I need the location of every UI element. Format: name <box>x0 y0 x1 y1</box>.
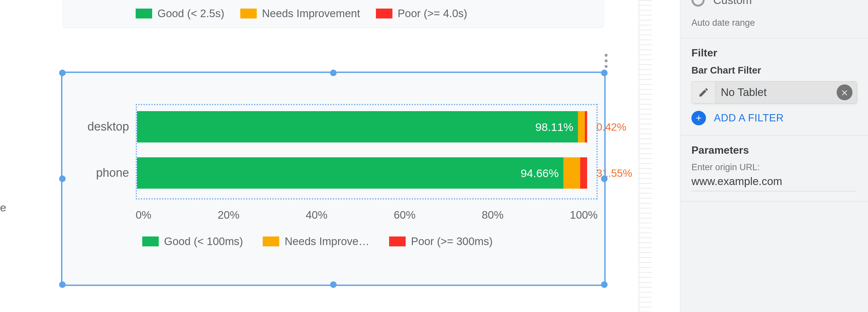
legend-item-good: Good (< 100ms) <box>142 235 243 248</box>
x-axis-ticks: 0% 20% 40% 60% 80% 100% <box>136 209 598 229</box>
resize-handle-top-right[interactable] <box>601 70 608 76</box>
resize-handle-top-center[interactable] <box>330 70 337 76</box>
axis-tick: 80% <box>482 209 504 229</box>
parameter-label: Enter origin URL: <box>691 162 857 172</box>
bar-chart-card[interactable]: desktop phone 98.11% 0.42% 94.66% 31.55% <box>63 73 604 284</box>
value-label-phone-good: 94.66% <box>521 167 558 179</box>
bar-seg-desktop-poor <box>585 111 587 142</box>
value-label-desktop-good: 98.11% <box>535 120 573 133</box>
legend-label-good: Good (< 2.5s) <box>157 7 224 20</box>
edit-filter-button[interactable] <box>692 81 715 103</box>
plot-area: 98.11% 0.42% 94.66% 31.55% <box>136 104 598 200</box>
add-filter-button[interactable]: ADD A FILTER <box>691 111 857 125</box>
bar-seg-desktop-good: 98.11% <box>137 111 578 142</box>
legend-label-needs-improvement: Needs Improvement <box>262 7 360 20</box>
add-filter-label: ADD A FILTER <box>714 112 784 124</box>
date-range-option-label: Custom <box>713 0 752 7</box>
resize-handle-middle-right[interactable] <box>601 175 608 182</box>
legend-swatch-poor <box>376 8 393 19</box>
legend-item-good: Good (< 2.5s) <box>136 7 224 20</box>
stray-letter: e <box>0 201 6 214</box>
bar-seg-phone-good: 94.66% <box>137 157 563 189</box>
bar-seg-phone-poor <box>580 157 587 189</box>
legend-card-lcp[interactable]: Good (< 2.5s) Needs Improvement Poor (>=… <box>63 0 604 28</box>
bar-row-desktop: 98.11% 0.42% <box>137 111 596 142</box>
filter-section-heading: Filter <box>691 47 857 59</box>
date-range-option-custom[interactable]: Custom <box>691 0 857 7</box>
legend-item-poor: Poor (>= 300ms) <box>389 235 493 248</box>
legend-swatch-poor <box>389 237 406 246</box>
value-label-desktop-tail: 0.42% <box>596 121 626 133</box>
side-panel: Custom Auto date range Filter Bar Chart … <box>680 0 868 312</box>
remove-filter-button[interactable] <box>837 84 852 100</box>
close-icon <box>841 89 848 96</box>
canvas-ruler-edge <box>639 0 652 312</box>
axis-tick: 60% <box>394 209 415 229</box>
category-label-phone: phone <box>76 166 129 180</box>
axis-tick: 100% <box>570 209 598 229</box>
parameters-section-heading: Parameters <box>691 144 857 156</box>
legend-swatch-needs-improvement <box>240 8 257 19</box>
bar-seg-desktop-needs-improvement <box>578 111 585 142</box>
category-label-desktop: desktop <box>76 120 129 134</box>
legend-item-poor: Poor (>= 4.0s) <box>376 7 467 20</box>
resize-handle-middle-left[interactable] <box>59 175 66 182</box>
parameter-value-input[interactable]: www.example.com <box>691 175 857 191</box>
legend-label-good: Good (< 100ms) <box>164 235 243 248</box>
axis-tick: 20% <box>217 209 239 229</box>
resize-handle-top-left[interactable] <box>59 70 66 76</box>
legend-swatch-good <box>142 237 159 246</box>
legend-item-needs-improvement: Needs Improve… <box>263 235 369 248</box>
plus-icon <box>694 114 703 123</box>
legend-swatch-needs-improvement <box>263 237 279 246</box>
filter-chip[interactable]: No Tablet <box>691 81 857 104</box>
plus-circle-icon <box>691 111 706 125</box>
legend-label-needs-improvement: Needs Improve… <box>284 235 369 248</box>
legend-row: Good (< 2.5s) Needs Improvement Poor (>=… <box>136 7 467 20</box>
resize-handle-bottom-right[interactable] <box>601 281 608 288</box>
legend-label-poor: Poor (>= 4.0s) <box>398 7 467 20</box>
bar-row-phone: 94.66% 31.55% <box>137 157 596 189</box>
resize-handle-bottom-left[interactable] <box>59 281 66 288</box>
legend-label-poor: Poor (>= 300ms) <box>411 235 493 248</box>
bar-seg-phone-needs-improvement <box>563 157 581 189</box>
pencil-icon <box>698 87 709 98</box>
axis-tick: 40% <box>306 209 328 229</box>
legend-item-needs-improvement: Needs Improvement <box>240 7 360 20</box>
radio-icon <box>691 0 705 7</box>
filter-sub-heading: Bar Chart Filter <box>691 65 857 76</box>
resize-handle-bottom-center[interactable] <box>330 281 337 288</box>
chart-legend: Good (< 100ms) Needs Improve… Poor (>= 3… <box>142 235 493 248</box>
auto-date-range-text[interactable]: Auto date range <box>691 18 857 28</box>
axis-tick: 0% <box>136 209 152 229</box>
legend-swatch-good <box>136 8 152 19</box>
filter-chip-label: No Tablet <box>715 86 837 99</box>
more-options-icon[interactable] <box>604 54 608 68</box>
